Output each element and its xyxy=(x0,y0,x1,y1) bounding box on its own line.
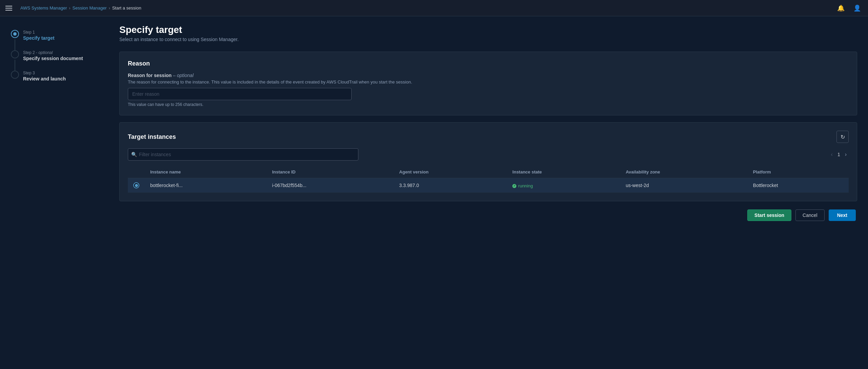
target-instances-header: Target instances ↻ xyxy=(128,131,849,143)
breadcrumb-current: Start a session xyxy=(112,5,141,11)
reason-panel-title: Reason xyxy=(128,60,849,67)
row-availability-zone: us-west-2d xyxy=(620,178,747,193)
col-platform: Platform xyxy=(748,166,849,178)
status-text: running xyxy=(518,183,533,188)
next-button[interactable]: Next xyxy=(829,209,856,221)
row-platform: Bottlerocket xyxy=(748,178,849,193)
step-1-label: Specify target xyxy=(23,35,55,41)
reason-description: The reason for connecting to the instanc… xyxy=(128,79,849,85)
table-row[interactable]: bottlerocket-fi... i-067bd2f554b... 3.3.… xyxy=(128,178,849,193)
breadcrumb: AWS Systems Manager › Session Manager › … xyxy=(20,5,141,11)
row-radio[interactable] xyxy=(133,182,139,188)
target-instances-panel: Target instances ↻ 🔍 ‹ 1 › xyxy=(119,122,857,201)
step-2-content: Step 2 - optional Specify session docume… xyxy=(23,50,83,61)
notifications-button[interactable]: 🔔 xyxy=(835,3,846,14)
step-1-indicator xyxy=(11,30,19,38)
col-instance-name: Instance name xyxy=(145,166,267,178)
step-2-number: Step 2 - optional xyxy=(23,50,83,55)
col-availability-zone: Availability zone xyxy=(620,166,747,178)
page-number: 1 xyxy=(837,152,840,157)
status-badge: running xyxy=(512,183,533,188)
instances-panel-title: Target instances xyxy=(128,133,176,141)
reason-optional-label: – optional xyxy=(173,73,194,78)
step-2-label: Specify session document xyxy=(23,56,83,61)
col-instance-state: Instance state xyxy=(507,166,620,178)
breadcrumb-session-manager[interactable]: Session Manager xyxy=(73,5,107,11)
page-subtitle: Select an instance to connect to using S… xyxy=(119,37,857,42)
hamburger-menu[interactable] xyxy=(5,3,15,13)
breadcrumb-separator-1: › xyxy=(69,6,71,11)
filter-instances-input[interactable] xyxy=(128,148,358,161)
reason-hint: This value can have up to 256 characters… xyxy=(128,102,849,107)
instances-table: Instance name Instance ID Agent version … xyxy=(128,166,849,193)
refresh-button[interactable]: ↻ xyxy=(836,131,849,143)
reason-field-label: Reason for session – optional xyxy=(128,73,849,78)
step-2-optional: optional xyxy=(38,50,53,55)
bell-icon: 🔔 xyxy=(837,4,845,12)
table-header: Instance name Instance ID Agent version … xyxy=(128,166,849,178)
row-instance-state: running xyxy=(507,178,620,193)
step-1-number: Step 1 xyxy=(23,30,55,35)
user-icon: 👤 xyxy=(853,4,861,12)
col-instance-id: Instance ID xyxy=(267,166,394,178)
step-3-content: Step 3 Review and launch xyxy=(23,71,66,81)
status-dot-icon xyxy=(512,184,516,188)
top-nav: AWS Systems Manager › Session Manager › … xyxy=(0,0,868,16)
step-3-indicator xyxy=(11,71,19,79)
next-page-button[interactable]: › xyxy=(843,150,849,159)
steps-sidebar: Step 1 Specify target Step 2 - optional … xyxy=(11,24,106,221)
table-body: bottlerocket-fi... i-067bd2f554b... 3.3.… xyxy=(128,178,849,193)
filter-input-wrapper: 🔍 xyxy=(128,148,358,161)
action-bar: Start session Cancel Next xyxy=(119,209,857,221)
main-content: Specify target Select an instance to con… xyxy=(119,24,857,221)
reason-panel: Reason Reason for session – optional The… xyxy=(119,52,857,115)
pagination: ‹ 1 › xyxy=(829,150,849,159)
col-agent-version: Agent version xyxy=(394,166,507,178)
breadcrumb-separator-2: › xyxy=(109,6,110,11)
step-2: Step 2 - optional Specify session docume… xyxy=(11,50,106,61)
search-icon: 🔍 xyxy=(131,152,137,157)
step-3: Step 3 Review and launch xyxy=(11,71,106,81)
breadcrumb-aws-systems-manager[interactable]: AWS Systems Manager xyxy=(20,5,67,11)
refresh-icon: ↻ xyxy=(841,134,845,140)
user-profile-button[interactable]: 👤 xyxy=(852,3,863,14)
step-1: Step 1 Specify target xyxy=(11,30,106,41)
row-radio-cell[interactable] xyxy=(128,178,145,193)
step-1-content: Step 1 Specify target xyxy=(23,30,55,41)
nav-right-icons: 🔔 👤 xyxy=(835,3,863,14)
step-3-label: Review and launch xyxy=(23,76,66,81)
start-session-button[interactable]: Start session xyxy=(747,209,791,221)
filter-bar: 🔍 ‹ 1 › xyxy=(128,148,849,161)
reason-input[interactable] xyxy=(128,88,352,100)
cancel-button[interactable]: Cancel xyxy=(795,209,825,221)
page-container: Step 1 Specify target Step 2 - optional … xyxy=(0,16,868,229)
row-agent-version: 3.3.987.0 xyxy=(394,178,507,193)
row-instance-name: bottlerocket-fi... xyxy=(145,178,267,193)
page-title: Specify target xyxy=(119,24,857,35)
prev-page-button[interactable]: ‹ xyxy=(829,150,835,159)
row-instance-id: i-067bd2f554b... xyxy=(267,178,394,193)
col-select xyxy=(128,166,145,178)
step-2-indicator xyxy=(11,50,19,58)
step-3-number: Step 3 xyxy=(23,71,66,75)
